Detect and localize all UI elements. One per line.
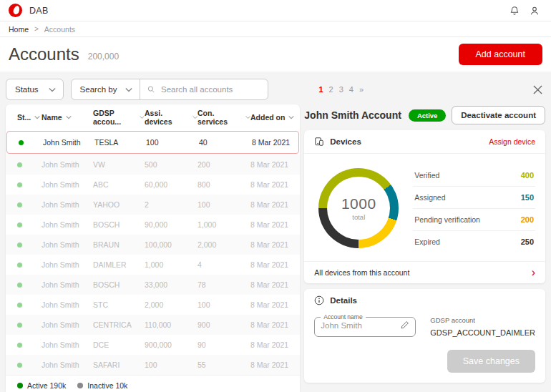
status-filter-label: Status bbox=[15, 85, 39, 94]
table-row[interactable]: John Smith BOSCH 33,000 78 8 Mar 2021 bbox=[6, 275, 300, 295]
table-row[interactable]: John Smith VW 500 200 8 Mar 2021 bbox=[6, 155, 300, 175]
devices-donut-chart: 1000 total bbox=[318, 168, 399, 248]
column-header-status[interactable]: St... bbox=[17, 113, 42, 122]
table-row[interactable]: John Smith ABC 60,000 800 8 Mar 2021 bbox=[6, 175, 300, 195]
breadcrumb-current: Accounts bbox=[44, 25, 75, 34]
kebab-menu-icon[interactable] bbox=[299, 340, 300, 350]
close-panel-button[interactable] bbox=[530, 82, 545, 97]
table-row[interactable]: John Smith BOSCH 90,000 1,000 8 Mar 2021 bbox=[6, 215, 300, 235]
kebab-menu-icon[interactable] bbox=[299, 360, 300, 370]
breadcrumb: Home > Accounts bbox=[0, 21, 551, 37]
account-detail-title: John Smith Account bbox=[304, 109, 401, 121]
devices-chart: 1000 total Verified 400 Assigned 150 bbox=[304, 154, 545, 261]
sort-chevron-icon bbox=[140, 115, 145, 119]
kebab-menu-icon[interactable] bbox=[299, 300, 300, 310]
status-dot-icon bbox=[17, 323, 22, 328]
active-count-label: Active 190k bbox=[27, 381, 66, 390]
donut-total-value: 1000 bbox=[341, 195, 376, 212]
search-icon bbox=[147, 85, 155, 94]
page-title: Accounts bbox=[9, 44, 79, 64]
column-header-added[interactable]: Added on bbox=[250, 113, 299, 122]
accounts-panel: Status Search by 1 2 3 4 » bbox=[0, 72, 551, 392]
info-icon bbox=[314, 295, 324, 305]
table-row[interactable]: John Smith SAFARI 100 55 8 Mar 2021 bbox=[6, 355, 300, 375]
account-name-label: Account name bbox=[321, 313, 365, 320]
kebab-menu-icon[interactable] bbox=[299, 320, 300, 330]
column-header-devices[interactable]: Assi. devices bbox=[145, 109, 198, 126]
breadcrumb-home-link[interactable]: Home bbox=[9, 25, 29, 34]
accounts-table: St... Name GDSP accou... Assi. devices C… bbox=[6, 104, 300, 392]
column-header-gdsp[interactable]: GDSP accou... bbox=[93, 109, 145, 126]
table-row[interactable]: John Smith DAIMLER 1,000 4 8 Mar 2021 bbox=[6, 255, 300, 275]
page-header: Accounts 200,000 Add account bbox=[0, 37, 551, 72]
legend-row-verified: Verified 400 bbox=[413, 165, 535, 187]
add-account-button[interactable]: Add account bbox=[459, 44, 543, 65]
chevron-right-icon: › bbox=[532, 269, 535, 276]
brand-name: DAB bbox=[29, 6, 49, 16]
page-number-4[interactable]: 4 bbox=[349, 85, 353, 94]
status-dot-icon bbox=[17, 363, 22, 368]
page-number-1[interactable]: 1 bbox=[318, 85, 323, 94]
edit-pencil-icon[interactable] bbox=[400, 320, 409, 330]
kebab-menu-icon[interactable] bbox=[299, 180, 300, 190]
sort-chevron-icon bbox=[288, 115, 294, 119]
page-number-3[interactable]: 3 bbox=[339, 85, 343, 94]
account-name-field[interactable]: Account name John Smith bbox=[314, 313, 416, 337]
kebab-menu-icon[interactable] bbox=[299, 160, 300, 170]
search-input[interactable] bbox=[161, 85, 260, 94]
close-icon bbox=[533, 85, 542, 94]
status-filter-dropdown[interactable]: Status bbox=[6, 79, 64, 100]
table-row[interactable]: John Smith BRAUN 100,000 2,000 8 Mar 202… bbox=[6, 235, 300, 255]
pagination: 1 2 3 4 » bbox=[318, 85, 364, 94]
status-dot-icon bbox=[17, 222, 22, 227]
table-row[interactable]: John Smith TESLA 100 40 8 Mar 2021 bbox=[6, 131, 299, 154]
gdsp-account-value: GDSP_ACCOUNT_DAIMLER bbox=[430, 328, 535, 337]
page-number-2[interactable]: 2 bbox=[329, 85, 333, 94]
all-devices-link[interactable]: All devices from this account › bbox=[304, 261, 545, 283]
user-profile-icon[interactable] bbox=[530, 6, 540, 16]
column-header-services[interactable]: Con. services bbox=[198, 109, 250, 126]
sort-chevron-icon bbox=[66, 115, 72, 119]
filter-bar: Status Search by 1 2 3 4 » bbox=[6, 72, 545, 104]
sort-chevron-icon bbox=[192, 115, 198, 119]
table-footer-legend: Active 190k Inactive 10k bbox=[6, 375, 300, 392]
inactive-status-dot-icon bbox=[77, 383, 83, 388]
kebab-menu-icon[interactable] bbox=[299, 220, 300, 230]
account-detail-panel: John Smith Account Active Deactivate acc… bbox=[304, 104, 545, 383]
status-dot-icon bbox=[17, 263, 22, 268]
inactive-count-label: Inactive 10k bbox=[87, 381, 127, 390]
table-row[interactable]: John Smith DCE 900,000 90 8 Mar 2021 bbox=[6, 335, 300, 355]
kebab-menu-icon[interactable] bbox=[299, 240, 300, 250]
kebab-menu-icon[interactable] bbox=[299, 200, 300, 210]
status-dot-icon bbox=[17, 303, 22, 308]
table-row[interactable]: John Smith YAHOO 2 100 8 Mar 2021 bbox=[6, 195, 300, 215]
status-dot-icon bbox=[17, 202, 22, 207]
table-body: John Smith TESLA 100 40 8 Mar 2021 John … bbox=[6, 131, 300, 375]
legend-row-pending: Pending verification 200 bbox=[413, 209, 535, 231]
details-card: Details Account name John Smith GDSP a bbox=[304, 289, 545, 383]
donut-total-label: total bbox=[352, 213, 365, 221]
deactivate-account-button[interactable]: Deactivate account bbox=[452, 106, 545, 124]
gdsp-account-label: GDSP account bbox=[430, 316, 535, 324]
kebab-menu-icon[interactable] bbox=[299, 280, 300, 290]
notifications-bell-icon[interactable] bbox=[509, 6, 520, 16]
pagination-next-icon[interactable]: » bbox=[359, 85, 364, 94]
chevron-down-icon bbox=[125, 87, 132, 92]
details-card-title: Details bbox=[330, 296, 357, 305]
assign-device-link[interactable]: Assign device bbox=[489, 137, 535, 146]
all-devices-link-label: All devices from this account bbox=[314, 268, 409, 277]
account-name-value: John Smith bbox=[321, 321, 362, 330]
devices-card: Devices Assign device 1000 total Verifie… bbox=[304, 130, 545, 283]
column-header-name[interactable]: Name bbox=[42, 113, 93, 122]
table-row[interactable]: John Smith CENTRICA 110,000 900 8 Mar 20… bbox=[6, 315, 300, 335]
save-changes-button[interactable]: Save changes bbox=[447, 350, 535, 373]
devices-icon bbox=[314, 137, 324, 147]
status-dot-icon bbox=[19, 140, 24, 145]
search-by-dropdown[interactable]: Search by bbox=[72, 79, 141, 99]
status-badge: Active bbox=[409, 109, 447, 122]
kebab-menu-icon[interactable] bbox=[299, 260, 300, 270]
accounts-count: 200,000 bbox=[88, 52, 119, 62]
status-dot-icon bbox=[17, 162, 22, 167]
sort-chevron-icon bbox=[245, 115, 250, 119]
table-row[interactable]: John Smith STC 2,000 100 8 Mar 2021 bbox=[6, 295, 300, 315]
